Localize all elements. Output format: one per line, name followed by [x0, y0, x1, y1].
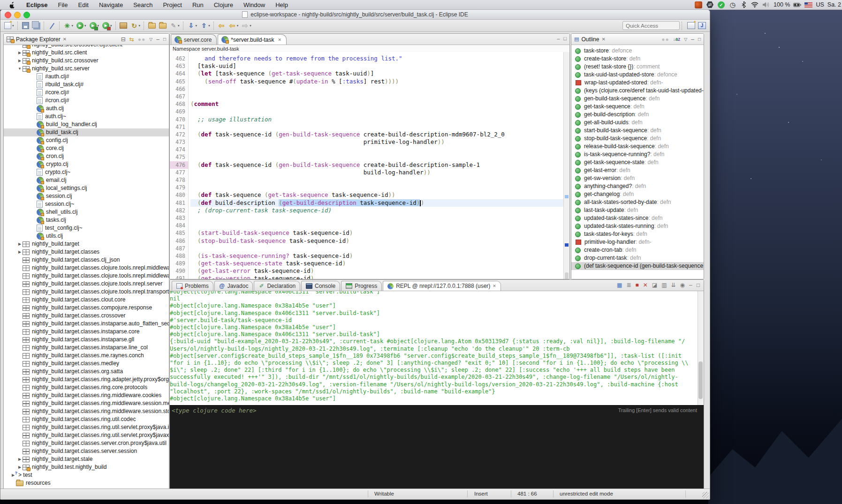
load-file-icon[interactable]: ≣ — [626, 282, 631, 288]
menu-item-navigate[interactable]: Navigate — [94, 1, 128, 8]
tree-item[interactable]: nightly_build.target.classes.instaparse.… — [4, 336, 169, 344]
tree-item[interactable]: nightly_build.target.classes.ring.middle… — [4, 391, 169, 399]
tree-item[interactable]: session.clj — [4, 192, 169, 200]
outline-item[interactable]: get-all-build-uuids : defn — [571, 119, 704, 127]
tree-item[interactable]: #cron.clj# — [4, 97, 169, 105]
pin-console-icon[interactable]: ◉ — [680, 282, 685, 288]
code-line[interactable]: ; (drop-current-task task-sequence-id) — [190, 207, 563, 214]
tree-item[interactable]: nightly_build.target.classes.ring.core.p… — [4, 384, 169, 391]
tree-item[interactable]: build_task.clj — [4, 128, 169, 136]
expand-arrow-icon[interactable]: ▶ — [17, 49, 23, 57]
menu-item-run[interactable]: Run — [187, 1, 209, 8]
tree-item[interactable]: nightly_build.target.classes.compojure.r… — [4, 304, 169, 312]
back-to-last-edit-button[interactable]: ⇦ — [217, 21, 227, 31]
profile-button[interactable]: ▶▾ — [101, 21, 113, 31]
eclipse-app-icon[interactable] — [695, 1, 703, 8]
export-button[interactable]: ⇧▾ — [199, 21, 211, 31]
code-line[interactable]: (let [task-sequence (get-task-sequence t… — [190, 70, 563, 77]
run-last-launched-button[interactable]: ▶▾ — [88, 21, 100, 31]
tree-item[interactable]: nightly_build.target.classes.instaparse.… — [4, 320, 169, 328]
tree-item[interactable]: ▶nightly_build.src.crossover — [4, 57, 169, 65]
outline-item[interactable]: last-task-update : defn — [571, 206, 704, 214]
outline-item[interactable]: stop-build-task-sequence : defn — [571, 135, 704, 143]
minimize-icon[interactable]: ‒ — [689, 282, 692, 288]
save-all-button[interactable] — [31, 21, 41, 31]
menu-item-edit[interactable]: Edit — [73, 1, 93, 8]
code-line[interactable]: (def task-sequence-id (gen-build-task-se… — [190, 161, 563, 169]
namespace-breadcrumb[interactable]: Namespace server.build-task — [170, 45, 569, 53]
outline-item[interactable]: (reset! task-store {}) : comment — [571, 63, 704, 71]
code-line[interactable] — [190, 222, 563, 229]
repl-output[interactable]: #object[clojure.lang.Namespace 0x406c131… — [170, 291, 698, 405]
disconnect-icon[interactable]: ✕ — [643, 282, 648, 288]
bottom-tab-console[interactable]: Console — [301, 281, 340, 291]
outline-item[interactable]: anything-changed? : defn — [571, 182, 704, 190]
save-button[interactable] — [21, 21, 30, 31]
tree-item[interactable]: shell_utils.clj — [4, 208, 169, 216]
bottom-tab-declaration[interactable]: ✐Declaration — [254, 281, 300, 291]
code-line[interactable] — [190, 184, 563, 191]
code-line[interactable]: (is-task-sequence-running? task-sequence… — [190, 252, 563, 260]
expand-arrow-icon[interactable]: ▶ — [17, 240, 23, 248]
tree-item[interactable]: nightly_build.target.classes.ring.util.c… — [4, 415, 169, 423]
tree-item[interactable]: nightly_build.target.classes.clout.core — [4, 296, 169, 304]
scrollbar-thumb[interactable] — [565, 272, 569, 279]
tree-item[interactable]: auth.clj~ — [4, 113, 169, 120]
open-perspective-icon[interactable] — [687, 22, 695, 29]
code-line[interactable]: [task-uuid] — [190, 62, 563, 70]
outline-item[interactable]: (def task-sequence-id (gen-build-task-se… — [571, 262, 704, 270]
tree-item[interactable]: cron.clj — [4, 152, 169, 160]
expand-arrow-icon[interactable]: ▶ — [17, 455, 23, 463]
code-line[interactable]: (comment — [190, 100, 563, 108]
code-line[interactable] — [190, 146, 563, 153]
java-perspective-icon[interactable]: J — [698, 22, 706, 29]
close-view-icon[interactable]: ✕ — [601, 37, 605, 42]
outline-item[interactable]: (keys (clojure.core/deref task-uuid-last… — [571, 87, 704, 95]
tree-item[interactable]: nightly_build.target.classes.ring.middle… — [4, 399, 169, 407]
tree-item[interactable]: nightly_build.target.classes.medley — [4, 360, 169, 368]
status-check-icon[interactable]: ✓ — [717, 1, 725, 8]
outline-item[interactable]: get-sw-version : defn — [571, 174, 704, 182]
outline-item[interactable]: wrap-last-updated-stored : defn- — [571, 79, 704, 87]
tree-item[interactable]: core.clj — [4, 144, 169, 152]
code-line[interactable] — [190, 176, 563, 184]
close-tab-icon[interactable]: ✕ — [278, 38, 281, 42]
tree-item[interactable]: build_log_handler.clj — [4, 120, 169, 128]
code-line[interactable] — [190, 214, 563, 222]
outline-item[interactable]: get-build-description : defn — [571, 111, 704, 119]
link-with-editor-icon[interactable]: ⇆ — [129, 36, 134, 43]
view-menu-icon[interactable]: ●● — [661, 36, 669, 43]
maximize-icon[interactable]: □ — [697, 282, 700, 288]
editor-tab[interactable]: *server.build-task✕ — [218, 34, 287, 45]
code-line[interactable] — [190, 245, 563, 252]
tree-item[interactable]: nightly_build.target.classes.server.sess… — [4, 447, 169, 455]
bottom-tab-problems[interactable]: Problems — [172, 281, 213, 291]
overview-ruler[interactable] — [563, 52, 569, 279]
tree-item[interactable]: nightly_build.target.classes.instaparse.… — [4, 328, 169, 336]
apple-menu-icon[interactable] — [9, 1, 15, 8]
tree-item[interactable]: ▶nightly_build.target.stale — [4, 455, 169, 463]
wifi-icon[interactable] — [751, 1, 759, 8]
dropdown-caret-icon[interactable]: ▾ — [250, 24, 251, 28]
bluetooth-icon[interactable] — [740, 1, 748, 8]
tree-item[interactable]: nightly_build.target.classes.clojure.too… — [4, 264, 169, 272]
outline-item[interactable]: release-build-task-sequence : defn — [571, 143, 704, 150]
tree-item[interactable]: nightly_build.src.crossover.cljs.client — [4, 45, 169, 49]
code-line[interactable]: (get-last-error task-sequence-id) — [190, 267, 563, 275]
code-line[interactable] — [190, 123, 563, 131]
tree-item[interactable]: email.clj — [4, 176, 169, 184]
outline-item[interactable]: task-uuid-last-updated-store : defonce — [571, 71, 704, 79]
scroll-lock-icon[interactable]: ⇊ — [671, 282, 676, 288]
menu-item-window[interactable]: Window — [238, 1, 270, 8]
expand-arrow-icon[interactable]: ▶ — [17, 248, 23, 256]
code-line[interactable]: primitive-log-handler)) — [190, 138, 563, 146]
dropdown-caret-icon[interactable]: ▾ — [208, 24, 210, 28]
menu-item-clojure[interactable]: Clojure — [209, 1, 238, 8]
clock-label[interactable]: Sa. 2 — [827, 1, 841, 8]
code-line[interactable] — [190, 153, 563, 161]
minimize-icon[interactable]: ‒ — [557, 36, 560, 41]
outline-item[interactable]: drop-current-task : defn — [571, 254, 704, 262]
outline-item[interactable]: primitive-log-handler : defn- — [571, 238, 704, 246]
tree-item[interactable]: nightly_build.target.classes.ring.util.s… — [4, 423, 169, 431]
zoom-window-button[interactable] — [23, 12, 30, 18]
